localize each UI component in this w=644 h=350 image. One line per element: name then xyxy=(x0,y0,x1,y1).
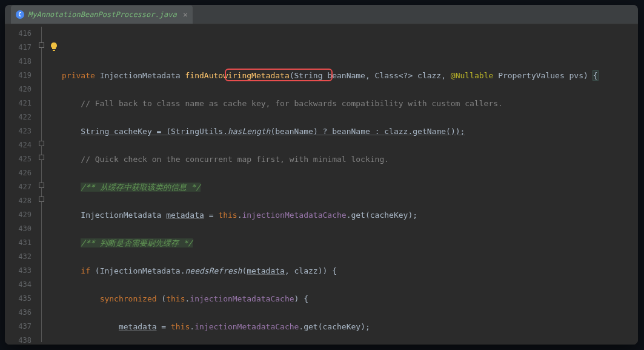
line-number: 430 xyxy=(13,222,32,236)
line-number: 425 xyxy=(13,152,32,166)
hint-gutter xyxy=(47,24,62,345)
keyword-this: this xyxy=(166,294,185,303)
keyword-synchronized: synchronized xyxy=(100,294,157,303)
tab-bar: C MyAnnotationBeanPostProcessor.java × xyxy=(5,5,638,24)
arg: beanName xyxy=(275,127,313,136)
generic: <?> xyxy=(399,71,413,80)
line-number: 427 xyxy=(13,180,32,194)
method-call: get xyxy=(351,210,365,220)
punct: ()); xyxy=(446,127,465,136)
class-icon: C xyxy=(16,10,24,19)
line-number: 420 xyxy=(13,82,32,96)
line-number: 429 xyxy=(13,208,32,222)
line-number: 433 xyxy=(13,264,32,278)
keyword-private: private xyxy=(62,71,95,80)
breakpoint-gutter[interactable] xyxy=(5,24,11,345)
line-number: 431 xyxy=(13,236,32,250)
line-number: 434 xyxy=(13,278,32,292)
variable: metadata xyxy=(119,322,157,331)
doc-comment: /** 从缓存中获取该类的信息 */ xyxy=(81,183,201,192)
line-number: 418 xyxy=(13,55,32,69)
fold-toggle[interactable] xyxy=(39,183,44,188)
comment: // Fall back to class name as cache key,… xyxy=(81,99,503,108)
arg: clazz xyxy=(294,266,318,275)
punct: ( xyxy=(90,266,100,275)
param-type: PropertyValues xyxy=(498,71,565,80)
fold-toggle[interactable] xyxy=(39,155,44,160)
punct: : xyxy=(370,127,384,136)
punct: . xyxy=(223,127,228,136)
variable: metadata xyxy=(166,210,204,220)
editor-body: 416 417 418 419 420 421 422 423 424 425 … xyxy=(5,24,638,345)
line-number: 437 xyxy=(13,320,32,334)
vertical-scrollbar[interactable] xyxy=(631,24,638,345)
variable: cacheKey xyxy=(114,127,152,136)
punct: ( xyxy=(157,294,167,303)
fold-gutter[interactable] xyxy=(36,24,47,345)
fold-toggle[interactable] xyxy=(39,197,44,202)
type: String xyxy=(81,127,109,136)
punct: . xyxy=(190,322,194,331)
method-name: findAutowiringMetadata xyxy=(185,71,290,80)
punct: ) ? xyxy=(313,127,332,136)
param-type: Class xyxy=(375,71,399,80)
field-ref: injectionMetadataCache xyxy=(194,322,299,331)
punct: ); xyxy=(360,322,370,331)
tab-filename: MyAnnotationBeanPostProcessor.java xyxy=(28,10,177,19)
method-call: get xyxy=(304,322,317,331)
line-number: 422 xyxy=(13,110,32,124)
param-name: clazz xyxy=(417,71,441,80)
lightbulb-icon[interactable] xyxy=(49,42,59,52)
close-icon[interactable]: × xyxy=(183,10,188,19)
class-ref: StringUtils xyxy=(171,127,223,136)
keyword-this: this xyxy=(218,210,237,220)
arg: cacheKey xyxy=(323,322,361,331)
line-number: 428 xyxy=(13,194,32,208)
arg: cacheKey xyxy=(370,210,408,220)
punct: = ( xyxy=(152,127,171,136)
line-number: 424 xyxy=(13,138,32,152)
line-number: 432 xyxy=(13,250,32,264)
field-ref: injectionMetadataCache xyxy=(242,210,346,220)
line-number: 421 xyxy=(13,96,32,110)
param-name: beanName xyxy=(327,71,365,80)
method-call: hasLength xyxy=(228,127,270,136)
line-number: 419 xyxy=(13,69,32,82)
line-number: 417 xyxy=(13,41,32,55)
arg: metadata xyxy=(247,266,285,275)
punct: = xyxy=(157,322,171,331)
file-tab[interactable]: C MyAnnotationBeanPostProcessor.java × xyxy=(11,5,193,24)
keyword-if: if xyxy=(81,266,90,275)
method-call: getName xyxy=(413,127,446,136)
punct: . xyxy=(181,266,185,275)
punct: . xyxy=(299,322,304,331)
fold-toggle[interactable] xyxy=(39,42,44,48)
punct: = xyxy=(204,210,218,220)
brace: { xyxy=(593,71,598,80)
editor-window: C MyAnnotationBeanPostProcessor.java × 4… xyxy=(5,5,638,345)
param-type: String xyxy=(294,71,323,80)
type: InjectionMetadata xyxy=(81,210,161,220)
line-number: 435 xyxy=(13,292,32,306)
fold-toggle[interactable] xyxy=(39,141,44,146)
line-number: 426 xyxy=(13,166,32,180)
line-number-gutter: 416 417 418 419 420 421 422 423 424 425 … xyxy=(11,24,36,345)
line-number: 438 xyxy=(13,334,32,345)
line-number: 416 xyxy=(13,27,32,41)
punct: ) { xyxy=(294,294,308,303)
code-area[interactable]: private InjectionMetadata findAutowiring… xyxy=(62,24,631,345)
doc-comment: /** 判断是否需要刷先缓存 */ xyxy=(81,238,193,247)
punct: ); xyxy=(408,210,417,220)
class-ref: InjectionMetadata xyxy=(100,266,181,275)
method-call: needsRefresh xyxy=(185,266,242,275)
param-name: pvs xyxy=(569,71,583,80)
return-type: InjectionMetadata xyxy=(100,71,181,80)
line-number: 423 xyxy=(13,124,32,138)
arg: beanName xyxy=(332,127,370,136)
punct: )) { xyxy=(318,266,337,275)
field-ref: injectionMetadataCache xyxy=(190,294,294,303)
line-number: 436 xyxy=(13,306,32,320)
arg: clazz xyxy=(384,127,408,136)
keyword-this: this xyxy=(171,322,190,331)
comment: // Quick check on the concurrent map fir… xyxy=(81,155,389,164)
